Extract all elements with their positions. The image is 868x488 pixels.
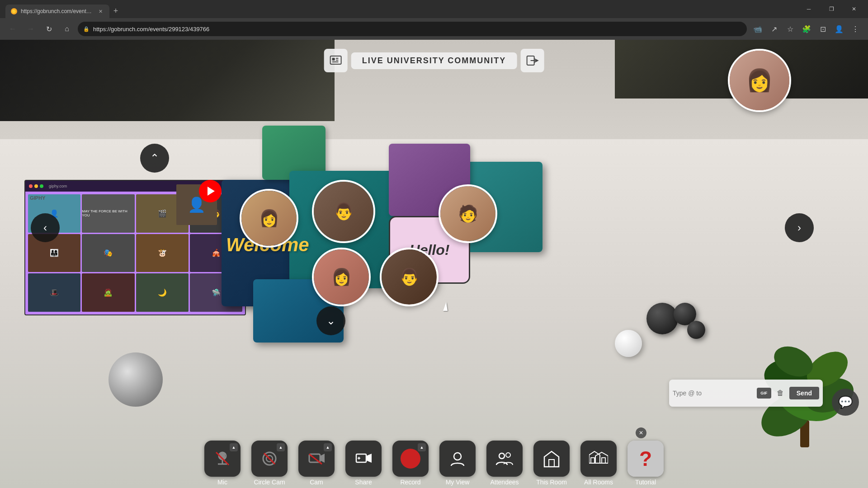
share-icon[interactable]: ↗ [767, 22, 781, 36]
new-tab-button[interactable]: + [109, 5, 122, 17]
avatar-5-image: 🧑 [440, 186, 495, 241]
tab-close-button[interactable]: ✕ [97, 8, 104, 15]
trash-button[interactable]: 🗑 [774, 387, 787, 399]
toolbar-item-all-rooms[interactable]: All Rooms [576, 437, 621, 488]
chat-bubble-button[interactable]: 💬 [832, 389, 859, 416]
circle-cam-expand-icon[interactable]: ▲ [277, 443, 285, 451]
tutorial-button[interactable]: ? [627, 441, 664, 477]
gif-button[interactable]: GIF [757, 388, 771, 399]
deco-ball-1 [646, 303, 678, 334]
record-label: Record [400, 479, 420, 486]
youtube-button[interactable] [199, 180, 222, 202]
profile-icon[interactable]: 👤 [832, 22, 846, 36]
circle-cam-button[interactable]: ▲ [251, 441, 288, 477]
toolbar-item-this-room[interactable]: This Room [529, 437, 574, 488]
svg-rect-4 [332, 61, 339, 62]
scene-exit-icon[interactable] [520, 49, 544, 72]
svg-rect-30 [602, 458, 605, 463]
extension-icon[interactable]: 🧩 [799, 22, 814, 36]
nav-arrow-down[interactable]: ⌄ [316, 306, 345, 335]
close-button[interactable]: ✕ [844, 2, 864, 16]
tab-favicon: 🟡 [11, 8, 17, 14]
chat-input[interactable] [673, 389, 754, 397]
minimize-button[interactable]: ─ [798, 2, 819, 16]
scene-settings-icon[interactable] [324, 49, 348, 72]
send-button[interactable]: Send [789, 387, 819, 399]
my-view-button[interactable] [439, 441, 476, 477]
close-toolbar-button[interactable]: ✕ [636, 427, 646, 438]
toolbar-item-tutorial[interactable]: ? Tutorial [623, 437, 668, 488]
deco-white-ball [615, 330, 642, 357]
record-button[interactable]: ▲ [392, 441, 429, 477]
home-button[interactable]: ⌂ [60, 22, 74, 36]
avatar-2-image: 👨 [314, 182, 373, 241]
gif-cell: 🐮 [136, 234, 189, 272]
cam-icon [307, 450, 326, 468]
nav-actions: 📹 ↗ ☆ 🧩 ⊡ 👤 ⋮ [750, 22, 863, 36]
all-rooms-label: All Rooms [584, 479, 613, 486]
cam-button[interactable]: ▲ [298, 441, 335, 477]
mic-expand-icon[interactable]: ▲ [230, 443, 238, 451]
avatar-3[interactable]: 👩 [312, 248, 371, 306]
svg-point-23 [499, 453, 505, 459]
toolbar-item-my-view[interactable]: My View [435, 437, 480, 488]
toolbar-item-share[interactable]: Share [341, 437, 386, 488]
blocks-area: Welcome Hello! 👩 👨 👩 👨 🧑 [199, 126, 552, 343]
youtube-play-icon [208, 187, 215, 196]
nav-arrow-left[interactable]: ‹ [31, 213, 60, 242]
address-bar[interactable]: 🔒 https://gobrunch.com/events/299123/439… [78, 22, 747, 36]
record-expand-icon[interactable]: ▲ [418, 443, 426, 451]
toolbar-item-cam[interactable]: ▲ Cam [294, 437, 339, 488]
cam-label: Cam [310, 479, 323, 486]
avatar-4-image: 👨 [382, 249, 437, 305]
back-button[interactable]: ← [5, 22, 20, 36]
reload-button[interactable]: ↻ [42, 22, 56, 36]
window-controls: ─ ❐ ✕ [798, 2, 864, 16]
nav-arrow-right[interactable]: › [785, 213, 814, 242]
share-button[interactable] [345, 441, 382, 477]
attendees-button[interactable] [486, 441, 523, 477]
screenshare-icon[interactable]: 📹 [750, 22, 765, 36]
share-icon [354, 450, 373, 468]
cam-expand-icon[interactable]: ▲ [324, 443, 332, 451]
bookmark-icon[interactable]: ☆ [783, 22, 797, 36]
gif-cell: 🎭 [82, 234, 134, 272]
svg-rect-26 [549, 460, 554, 467]
maximize-button[interactable]: ❐ [821, 2, 842, 16]
this-room-button[interactable] [533, 441, 570, 477]
nav-arrow-up[interactable]: ⌃ [140, 144, 169, 173]
mic-button[interactable]: ▲ [204, 441, 241, 477]
toolbar-item-record[interactable]: ▲ Record [388, 437, 433, 488]
avatar-2[interactable]: 👨 [312, 180, 375, 243]
my-view-icon [448, 450, 467, 468]
forward-button[interactable]: → [24, 22, 38, 36]
record-circle-icon [401, 449, 420, 469]
avatar-top-right-image: 👩 [730, 51, 789, 110]
scene-title: LIVE UNIVERSITY COMMUNITY [351, 52, 517, 69]
svg-point-24 [506, 453, 510, 457]
attendees-label: Attendees [490, 479, 519, 486]
page-content: LIVE UNIVERSITY COMMUNITY ‹ › ⌃ ⌄ giphy.… [0, 40, 868, 488]
avatar-4[interactable]: 👨 [380, 248, 439, 306]
svg-marker-19 [366, 454, 372, 463]
toolbar-item-attendees[interactable]: Attendees [482, 437, 527, 488]
svg-rect-1 [332, 58, 335, 61]
window-dot-green [40, 184, 43, 188]
menu-icon[interactable]: ⋮ [848, 22, 863, 36]
lock-icon: 🔒 [83, 26, 90, 32]
toolbar-item-circle-cam[interactable]: ▲ Circle Cam [247, 437, 292, 488]
all-rooms-icon [589, 450, 608, 468]
active-tab[interactable]: 🟡 https://gobrunch.com/events/29 ✕ [5, 5, 109, 18]
chat-input-area: GIF 🗑 Send [669, 380, 823, 407]
screen-share-url: giphy.com [49, 184, 67, 188]
nav-bar: ← → ↻ ⌂ 🔒 https://gobrunch.com/events/29… [0, 18, 868, 40]
avatar-top-right[interactable]: 👩 [728, 49, 791, 112]
giphy-label: GIPHY [30, 195, 45, 201]
ceiling-strip [0, 40, 335, 121]
gif-cell: 🌙 [136, 273, 189, 312]
avatar-1[interactable]: 👩 [240, 189, 298, 248]
all-rooms-button[interactable] [580, 441, 617, 477]
avatar-5[interactable]: 🧑 [439, 184, 497, 243]
split-view-icon[interactable]: ⊡ [816, 22, 830, 36]
toolbar-item-mic[interactable]: ▲ Mic [200, 437, 245, 488]
